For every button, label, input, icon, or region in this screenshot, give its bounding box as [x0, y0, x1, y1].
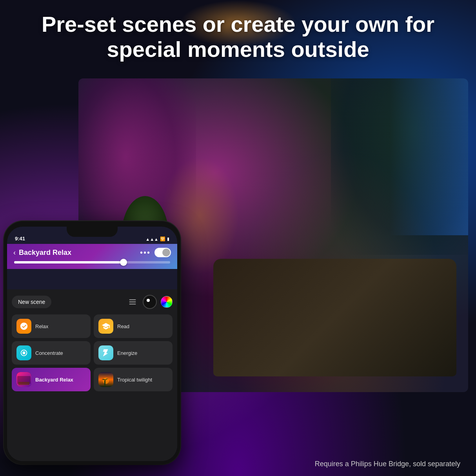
brightness-row: [13, 261, 171, 263]
scene-card-relax[interactable]: Relax: [12, 314, 91, 338]
signal-icon: ▲▲▲: [145, 237, 158, 242]
person-area: [213, 118, 468, 392]
energize-label: Energize: [117, 350, 137, 356]
page-title: Pre-set scenes or create your own for sp…: [0, 12, 476, 62]
backyard-icon: [16, 372, 31, 387]
app-header: ‹ Backyard Relax •••: [7, 244, 177, 269]
relax-icon: [16, 319, 31, 334]
backyard-label: Backyard Relax: [35, 377, 73, 383]
power-toggle[interactable]: [154, 248, 171, 257]
tropical-label: Tropical twilight: [117, 377, 152, 383]
concentrate-icon: [16, 345, 31, 360]
brightness-thumb: [120, 259, 127, 266]
battery-icon: ▮: [167, 236, 169, 242]
concentrate-label: Concentrate: [35, 350, 63, 356]
palette-icon[interactable]: [143, 295, 157, 309]
status-icons: ▲▲▲ 🛜 ▮: [145, 236, 169, 242]
scene-card-backyard[interactable]: Backyard Relax: [12, 368, 91, 391]
color-wheel-icon[interactable]: [161, 296, 173, 308]
tropical-icon: [98, 372, 113, 387]
svg-rect-7: [18, 382, 29, 385]
svg-point-9: [103, 378, 109, 384]
couch: [213, 259, 456, 376]
brightness-fill: [14, 261, 124, 263]
app-title: Backyard Relax: [19, 249, 140, 257]
energize-icon: [98, 345, 113, 360]
svg-rect-10: [104, 381, 105, 386]
phone-device: 9:41 ▲▲▲ 🛜 ▮ ‹ Backyard Relax •••: [4, 221, 180, 464]
phone-screen: 9:41 ▲▲▲ 🛜 ▮ ‹ Backyard Relax •••: [7, 227, 177, 461]
relax-label: Relax: [35, 323, 48, 329]
disclaimer-text: Requires a Philips Hue Bridge, sold sepa…: [315, 460, 460, 468]
scene-card-energize[interactable]: Energize: [94, 341, 173, 365]
list-view-icon[interactable]: [126, 296, 139, 308]
app-content: New scene: [7, 289, 177, 461]
scene-card-concentrate[interactable]: Concentrate: [12, 341, 91, 365]
toolbar-row: New scene: [12, 295, 173, 309]
read-label: Read: [117, 323, 129, 329]
app-header-row: ‹ Backyard Relax •••: [13, 248, 171, 257]
read-icon: [98, 319, 113, 334]
wifi-icon: 🛜: [160, 236, 165, 242]
phone-notch: [67, 227, 118, 237]
more-button[interactable]: •••: [140, 248, 151, 257]
scene-grid: Relax Read: [12, 314, 173, 391]
back-button[interactable]: ‹: [13, 249, 16, 257]
page-header: Pre-set scenes or create your own for sp…: [0, 12, 476, 62]
scene-card-read[interactable]: Read: [94, 314, 173, 338]
phone-wrapper: 9:41 ▲▲▲ 🛜 ▮ ‹ Backyard Relax •••: [4, 221, 196, 464]
brightness-slider[interactable]: [14, 261, 170, 263]
status-time: 9:41: [15, 236, 25, 242]
new-scene-button[interactable]: New scene: [12, 296, 51, 308]
scene-card-tropical[interactable]: Tropical twilight: [94, 368, 173, 391]
svg-point-4: [22, 351, 25, 354]
